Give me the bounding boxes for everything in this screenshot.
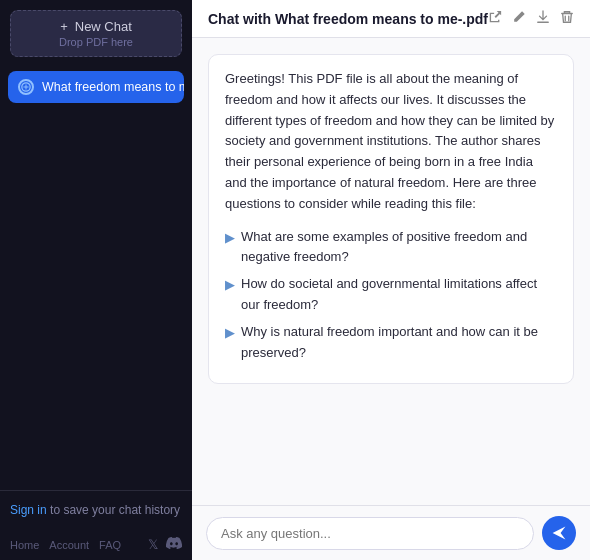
arrow-icon-3: ▶: [225, 323, 235, 344]
question-text-1: What are some examples of positive freed…: [241, 227, 557, 269]
chat-header: Chat with What freedom means to me-.pdf: [192, 0, 590, 38]
external-link-icon[interactable]: [488, 10, 502, 27]
question-item-1: ▶ What are some examples of positive fre…: [225, 227, 557, 269]
questions-list: ▶ What are some examples of positive fre…: [225, 227, 557, 364]
arrow-icon-2: ▶: [225, 275, 235, 296]
send-button[interactable]: [542, 516, 576, 550]
sidebar: + New Chat Drop PDF here What freedom me…: [0, 0, 192, 560]
question-item-3: ▶ Why is natural freedom important and h…: [225, 322, 557, 364]
chat-list: What freedom means to me-...: [0, 67, 192, 490]
header-icons: [488, 10, 574, 27]
question-item-2: ▶ How do societal and governmental limit…: [225, 274, 557, 316]
chat-item-icon: [18, 79, 34, 95]
sidebar-bottom: Sign in to save your chat history: [0, 490, 192, 529]
message-bubble: Greetings! This PDF file is all about th…: [208, 54, 574, 384]
chat-body: Greetings! This PDF file is all about th…: [192, 38, 590, 505]
drop-pdf-label: Drop PDF here: [21, 36, 171, 48]
main-panel: Chat with What freedom means to me-.pdf …: [192, 0, 590, 560]
trash-icon[interactable]: [560, 10, 574, 27]
new-chat-button[interactable]: + New Chat Drop PDF here: [10, 10, 182, 57]
footer-social-icons: 𝕏: [148, 537, 182, 552]
chat-input[interactable]: [206, 517, 534, 550]
footer-home[interactable]: Home: [10, 539, 39, 551]
sign-in-link[interactable]: Sign in: [10, 503, 47, 517]
chat-item[interactable]: What freedom means to me-...: [8, 71, 184, 103]
arrow-icon-1: ▶: [225, 228, 235, 249]
message-intro: Greetings! This PDF file is all about th…: [225, 69, 557, 215]
discord-icon[interactable]: [166, 537, 182, 552]
twitter-icon[interactable]: 𝕏: [148, 537, 158, 552]
footer-faq[interactable]: FAQ: [99, 539, 121, 551]
sidebar-footer: Home Account FAQ 𝕏: [0, 529, 192, 560]
footer-links: Home Account FAQ: [10, 539, 121, 551]
edit-icon[interactable]: [512, 10, 526, 27]
chat-input-area: [192, 505, 590, 560]
sign-in-prompt: Sign in to save your chat history: [10, 501, 182, 519]
download-icon[interactable]: [536, 10, 550, 27]
chat-title: Chat with What freedom means to me-.pdf: [208, 11, 488, 27]
question-text-3: Why is natural freedom important and how…: [241, 322, 557, 364]
plus-icon: +: [60, 19, 68, 34]
new-chat-label: New Chat: [75, 19, 132, 34]
footer-account[interactable]: Account: [49, 539, 89, 551]
chat-item-label: What freedom means to me-...: [42, 80, 184, 94]
question-text-2: How do societal and governmental limitat…: [241, 274, 557, 316]
sign-in-text: to save your chat history: [50, 503, 180, 517]
